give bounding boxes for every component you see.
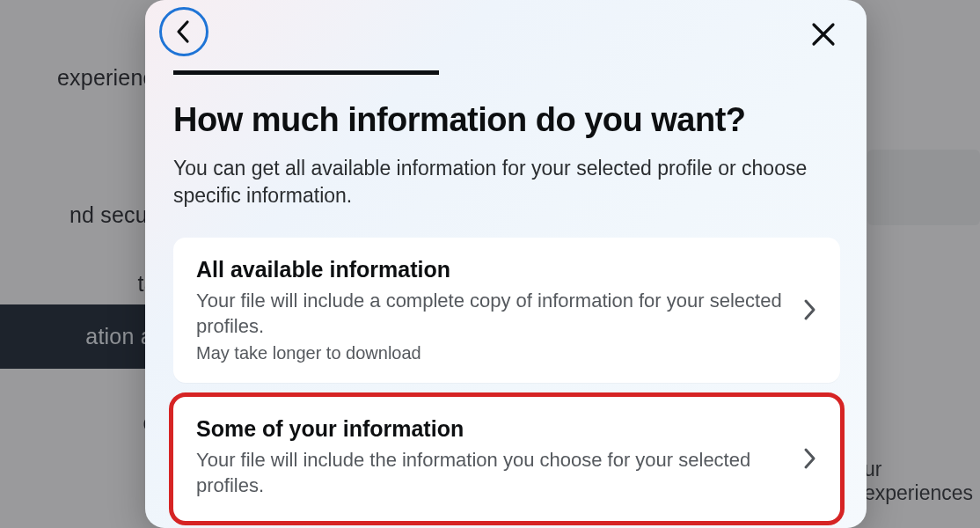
chevron-left-icon — [174, 19, 194, 44]
option-title: Some of your information — [196, 416, 787, 442]
close-icon — [810, 21, 837, 48]
back-button[interactable] — [159, 7, 208, 56]
option-body: Your file will include the information y… — [196, 447, 787, 499]
close-button[interactable] — [805, 16, 842, 53]
modal-heading: How much information do you want? — [173, 101, 840, 139]
option-note: May take longer to download — [196, 343, 787, 363]
option-text: Some of your information Your file will … — [196, 416, 787, 502]
option-some-information[interactable]: Some of your information Your file will … — [173, 397, 840, 522]
modal-content: How much information do you want? You ca… — [173, 70, 840, 528]
chevron-right-icon — [803, 298, 817, 321]
modal-subheading: You can get all available information fo… — [173, 155, 837, 209]
option-all-information[interactable]: All available information Your file will… — [173, 238, 840, 383]
chevron-right-icon — [803, 447, 817, 470]
option-title: All available information — [196, 257, 787, 282]
modal-dialog: How much information do you want? You ca… — [145, 0, 867, 528]
progress-indicator — [173, 70, 439, 75]
option-text: All available information Your file will… — [196, 257, 787, 363]
option-body: Your file will include a complete copy o… — [196, 288, 787, 340]
